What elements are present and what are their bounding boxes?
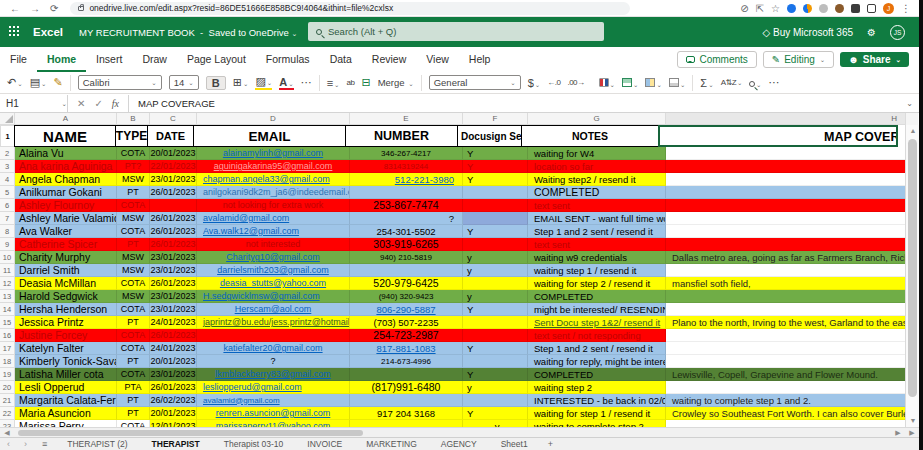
vertical-scroll-thumb[interactable]	[908, 139, 917, 397]
cell-email-10[interactable]: Charityg10@gmail.com	[197, 251, 350, 264]
cell-date-22[interactable]: 20/01/2023	[150, 407, 197, 420]
cell-map-11[interactable]	[666, 264, 906, 277]
cell-type-18[interactable]: PT	[117, 355, 150, 368]
cell-docusign-14[interactable]: Y	[463, 303, 528, 316]
row-header-6[interactable]: 6	[0, 199, 15, 212]
cell-date-3[interactable]: 22/01/2023	[150, 160, 197, 173]
prev-sheet-icon[interactable]: ‹	[0, 438, 17, 449]
borders-icon[interactable]: ⊞⌄	[233, 76, 249, 89]
row-header-3[interactable]: 3	[0, 160, 15, 173]
cell-map-13[interactable]	[666, 290, 906, 303]
column-header-G[interactable]: G	[528, 113, 666, 125]
cell-docusign-18[interactable]	[463, 355, 528, 368]
cell-email-19[interactable]: lkmblackberry83@gmail.com	[197, 368, 350, 381]
cell-notes-6[interactable]: text sent	[528, 199, 666, 212]
browser-profile-avatar[interactable]: J	[883, 3, 894, 14]
cell-email-21[interactable]: avalamid@gmail.com	[197, 394, 350, 407]
cell-type-7[interactable]: MSW	[117, 212, 150, 225]
cell-date-10[interactable]: 23/01/2023	[150, 251, 197, 264]
cell-notes-12[interactable]: waiting for step 2 / resend it	[528, 277, 666, 290]
cell-docusign-15[interactable]	[463, 316, 528, 329]
cell-docusign-21[interactable]	[463, 394, 528, 407]
cell-email-22[interactable]: renren.asuncion@gmail.com	[197, 407, 350, 420]
header-cell-F1[interactable]: Docusign Sent	[457, 125, 522, 147]
bookmark-star-icon[interactable]: ☆	[771, 3, 780, 14]
cell-name-3[interactable]: Ana karina Aguiniga	[15, 160, 117, 173]
conditional-formatting-icon[interactable]: ⌄	[599, 77, 615, 89]
row-header-22[interactable]: 22	[0, 407, 15, 420]
header-cell-E1[interactable]: NUMBER	[345, 125, 458, 147]
cell-docusign-11[interactable]: y	[463, 264, 528, 277]
cell-notes-16[interactable]: text sent / not responding	[528, 329, 666, 342]
settings-gear-icon[interactable]: ⚙	[867, 27, 876, 38]
merge-icon[interactable]: ⊟	[361, 76, 370, 89]
cell-map-9[interactable]	[666, 238, 906, 251]
cell-number-12[interactable]: 520-979-6425	[350, 277, 463, 290]
cell-number-11[interactable]	[350, 264, 463, 277]
cell-date-20[interactable]: 26/01/2023	[150, 381, 197, 394]
column-header-C[interactable]: C	[150, 113, 197, 125]
cell-map-8[interactable]	[666, 225, 906, 238]
cell-date-14[interactable]: 23/01/2023	[150, 303, 197, 316]
scroll-up-icon[interactable]: ▲	[906, 125, 920, 137]
horizontal-scrollbar[interactable]: ◀ ▶	[0, 427, 905, 437]
autosum-icon[interactable]: Σ⌄	[700, 77, 713, 89]
ribbon-tab-data[interactable]: Data	[320, 48, 362, 72]
row-header-21[interactable]: 21	[0, 394, 15, 407]
cell-number-21[interactable]	[350, 394, 463, 407]
cell-map-12[interactable]: mansfiel soth field,	[666, 277, 906, 290]
paste-icon[interactable]: ▤⌄	[30, 76, 47, 89]
cell-map-18[interactable]	[666, 355, 906, 368]
back-icon[interactable]: ←	[10, 3, 20, 14]
row-header-9[interactable]: 9	[0, 238, 15, 251]
sheet-tab-sheet1[interactable]: Sheet1	[489, 438, 540, 449]
currency-icon[interactable]: $⌄	[528, 77, 541, 89]
number-format-select[interactable]: General⌄	[429, 75, 521, 90]
cell-type-13[interactable]: MSW	[117, 290, 150, 303]
cell-date-11[interactable]: 23/01/2023	[150, 264, 197, 277]
cell-docusign-10[interactable]: y	[463, 251, 528, 264]
cell-type-21[interactable]: PT	[117, 394, 150, 407]
ribbon-tab-draw[interactable]: Draw	[132, 48, 177, 72]
scroll-right-icon[interactable]: ▶	[891, 429, 905, 437]
cell-number-6[interactable]: 253-867-7474	[350, 199, 463, 212]
cell-map-3[interactable]	[666, 160, 906, 173]
cell-format-icon[interactable]: ⌄	[669, 77, 685, 89]
header-cell-C1[interactable]: DATE	[147, 125, 194, 147]
font-color-icon[interactable]: A⌄	[279, 76, 293, 90]
cell-notes-5[interactable]: COMPLETED	[528, 186, 666, 199]
cell-type-17[interactable]: COTA	[117, 342, 150, 355]
expand-formula-bar-icon[interactable]: ⌄	[906, 99, 919, 108]
cell-email-6[interactable]: not looking for extra work	[197, 199, 350, 212]
cell-email-8[interactable]: Ava.walk12@gmail.com	[197, 225, 350, 238]
cell-number-22[interactable]: 917 204 3168	[350, 407, 463, 420]
sort-filter-icon[interactable]: A⇅Z⌄	[721, 78, 742, 87]
header-cell-D1[interactable]: EMAIL	[193, 125, 346, 147]
row-header-7[interactable]: 7	[0, 212, 15, 225]
app-launcher-icon[interactable]	[9, 26, 21, 38]
decrease-decimal-icon[interactable]: .00→	[567, 78, 584, 87]
extension-icon[interactable]	[787, 4, 796, 13]
bold-button[interactable]: B	[206, 76, 226, 90]
cell-map-2[interactable]	[666, 147, 906, 160]
document-title[interactable]: MY RECRUITMENT BOOK - Saved to OneDrive …	[79, 27, 297, 38]
undo-icon[interactable]: ↶⌄	[7, 76, 23, 89]
share-icon[interactable]: ⇱	[756, 3, 764, 14]
ribbon-tab-view[interactable]: View	[416, 48, 459, 72]
cell-date-21[interactable]: 26/02/2023	[150, 394, 197, 407]
header-cell-G1[interactable]: NOTES	[521, 125, 659, 147]
cell-type-4[interactable]: MSW	[117, 173, 150, 186]
app-name[interactable]: Excel	[33, 26, 63, 38]
cell-date-19[interactable]: 23/01/2023	[150, 368, 197, 381]
cell-notes-20[interactable]: waiting step 2	[528, 381, 666, 394]
cell-docusign-7[interactable]	[463, 212, 528, 225]
ribbon-tab-page-layout[interactable]: Page Layout	[177, 48, 256, 72]
ribbon-tab-formulas[interactable]: Formulas	[256, 48, 320, 72]
header-cell-H1[interactable]: MAP COVERAGE	[658, 125, 898, 147]
cell-number-15[interactable]: (703) 507-2235	[350, 316, 463, 329]
cell-email-12[interactable]: deasia_stutts@yahoo.com	[197, 277, 350, 290]
cell-email-11[interactable]: darrielsmith203@gmail.com	[197, 264, 350, 277]
ribbon-tab-home[interactable]: Home	[37, 48, 86, 72]
cell-map-6[interactable]	[666, 199, 906, 212]
cell-docusign-19[interactable]: Y	[463, 368, 528, 381]
